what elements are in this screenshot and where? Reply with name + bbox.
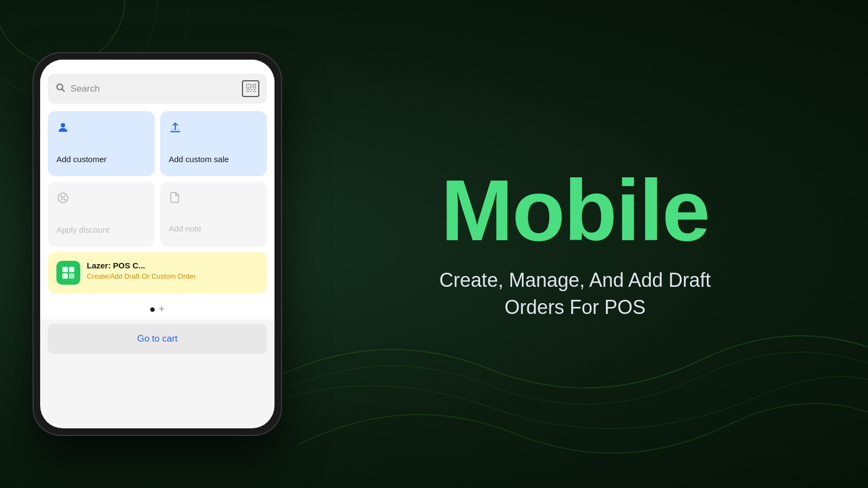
svg-rect-22: [249, 89, 250, 90]
svg-point-30: [61, 123, 65, 127]
svg-rect-21: [247, 89, 248, 90]
svg-rect-28: [253, 91, 254, 92]
svg-rect-7: [246, 86, 247, 87]
add-note-card[interactable]: Add note: [160, 182, 267, 247]
upload-icon: [169, 121, 258, 137]
barcode-icon[interactable]: [242, 80, 259, 97]
svg-rect-9: [250, 86, 251, 87]
add-customer-label: Add customer: [56, 155, 146, 164]
svg-rect-18: [252, 87, 253, 88]
svg-rect-6: [248, 84, 249, 85]
search-icon: [55, 82, 65, 95]
svg-rect-36: [62, 267, 68, 272]
go-to-cart-button[interactable]: Go to cart: [48, 324, 267, 354]
phone-mockup: Search: [33, 52, 282, 436]
svg-rect-10: [252, 85, 253, 86]
svg-rect-23: [252, 89, 253, 90]
pagination: +: [48, 300, 267, 319]
svg-rect-20: [255, 87, 256, 88]
svg-rect-17: [250, 87, 251, 88]
svg-point-35: [64, 199, 65, 200]
hero-section: Mobile Create, Manage, And Add Draft Ord…: [326, 0, 868, 488]
svg-rect-5: [246, 84, 247, 85]
person-icon: [56, 121, 146, 137]
svg-rect-15: [246, 87, 247, 88]
svg-rect-26: [248, 91, 249, 92]
apply-discount-label: Apply discount: [56, 225, 146, 234]
app-info: Lazer: POS C... Create/Add Draft Or Cust…: [87, 261, 258, 281]
screen-content: Search: [40, 67, 275, 319]
svg-rect-39: [69, 273, 74, 279]
search-placeholder: Search: [71, 84, 237, 94]
svg-rect-14: [255, 86, 256, 87]
cart-button-wrap: Go to cart: [40, 319, 275, 365]
add-note-label: Add note: [169, 224, 258, 233]
svg-rect-38: [62, 273, 68, 279]
discount-icon: [56, 191, 146, 208]
svg-rect-27: [251, 91, 252, 92]
app-description: Create/Add Draft Or Custom Order: [87, 272, 258, 281]
app-icon: [56, 261, 80, 285]
search-bar[interactable]: Search: [48, 74, 267, 104]
pagination-add[interactable]: +: [159, 304, 165, 314]
hero-title: Mobile: [441, 167, 710, 254]
svg-rect-24: [254, 89, 256, 90]
svg-rect-12: [255, 84, 256, 85]
note-icon: [169, 191, 258, 207]
svg-point-34: [61, 196, 62, 197]
svg-rect-13: [253, 86, 254, 87]
svg-rect-8: [250, 84, 251, 85]
phone-screen: Search: [40, 60, 275, 428]
svg-rect-29: [255, 91, 256, 92]
app-card[interactable]: Lazer: POS C... Create/Add Draft Or Cust…: [48, 252, 267, 293]
actions-grid: Add customer Add custom sale: [48, 111, 267, 247]
add-custom-sale-label: Add custom sale: [169, 155, 258, 164]
svg-rect-16: [248, 87, 249, 88]
add-custom-sale-card[interactable]: Add custom sale: [160, 111, 267, 176]
app-name: Lazer: POS C...: [87, 261, 258, 270]
svg-rect-25: [246, 91, 247, 92]
add-customer-card[interactable]: Add customer: [48, 111, 155, 176]
svg-rect-11: [253, 84, 254, 85]
hero-subtitle: Create, Manage, And Add Draft Orders For…: [412, 267, 738, 322]
pagination-dot-active: [150, 307, 155, 312]
status-bar: [40, 60, 275, 67]
phone-frame: Search: [33, 52, 282, 436]
apply-discount-card[interactable]: Apply discount: [48, 182, 155, 247]
svg-line-4: [62, 89, 64, 91]
svg-rect-19: [253, 87, 254, 88]
svg-rect-37: [69, 267, 74, 272]
